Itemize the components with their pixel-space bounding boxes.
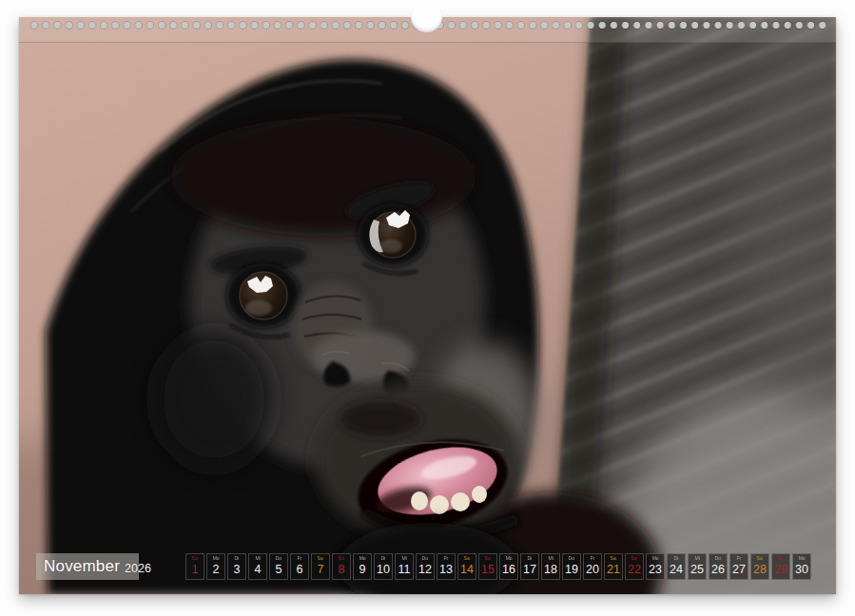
- day-cell: Mo9: [353, 553, 372, 580]
- day-number: 18: [544, 563, 557, 576]
- weekday-abbreviation: Sa: [318, 556, 323, 562]
- day-cell: Mo30: [792, 553, 811, 580]
- weekday-abbreviation: Mo: [212, 556, 219, 562]
- day-number: 27: [732, 563, 746, 576]
- day-cell: Sa14: [457, 553, 476, 580]
- day-number: 10: [377, 563, 390, 576]
- calendar-page: November 2026 So1Mo2Di3Mi4Do5Fr6Sa7So8Mo…: [19, 17, 836, 594]
- day-cell: So8: [332, 553, 351, 580]
- day-number: 12: [418, 563, 432, 576]
- day-number: 2: [213, 563, 220, 576]
- day-cell: Mo23: [646, 553, 665, 580]
- day-number: 28: [753, 563, 767, 576]
- weekday-abbreviation: Mo: [798, 556, 805, 562]
- day-number: 16: [502, 563, 515, 576]
- day-number: 21: [607, 563, 620, 576]
- weekday-abbreviation: So: [632, 556, 637, 562]
- weekday-abbreviation: So: [192, 556, 198, 562]
- weekday-abbreviation: Mi: [401, 556, 406, 562]
- weekday-abbreviation: Do: [715, 556, 722, 562]
- day-cell: So1: [185, 553, 204, 580]
- weekday-abbreviation: Sa: [464, 556, 470, 562]
- day-cell: Fr13: [437, 553, 456, 580]
- day-cell: Mi4: [248, 553, 267, 580]
- day-number: 22: [628, 563, 641, 576]
- weekday-abbreviation: Do: [276, 556, 282, 562]
- day-cell: So15: [478, 553, 497, 580]
- weekday-abbreviation: Mi: [694, 556, 699, 562]
- day-number: 13: [439, 563, 453, 576]
- day-number: 23: [649, 563, 662, 576]
- day-cells-row: So1Mo2Di3Mi4Do5Fr6Sa7So8Mo9Di10Mi11Do12F…: [185, 553, 811, 580]
- day-number: 6: [297, 563, 303, 576]
- day-number: 11: [398, 563, 411, 576]
- weekday-abbreviation: Sa: [611, 556, 616, 562]
- day-number: 9: [359, 563, 366, 576]
- day-number: 8: [339, 563, 345, 576]
- day-number: 17: [523, 563, 536, 576]
- day-cell: Fr20: [583, 553, 602, 580]
- day-cell: Sa21: [604, 553, 623, 580]
- day-number: 24: [670, 563, 683, 576]
- hanger-notch: [411, 1, 442, 32]
- weekday-abbreviation: Fr: [298, 556, 302, 562]
- day-number: 7: [318, 563, 324, 576]
- weekday-abbreviation: So: [778, 556, 784, 562]
- weekday-abbreviation: Do: [422, 556, 429, 562]
- weekday-abbreviation: Fr: [591, 556, 595, 562]
- gorilla-photo: [19, 17, 836, 594]
- day-number: 15: [481, 563, 495, 576]
- day-cell: Sa7: [311, 553, 330, 580]
- day-cell: Mo16: [499, 553, 518, 580]
- day-cell: Di24: [667, 553, 686, 580]
- weekday-abbreviation: Mo: [651, 556, 658, 562]
- day-cell: Mi18: [541, 553, 560, 580]
- day-cell: Do26: [709, 553, 728, 580]
- day-cell: Do12: [416, 553, 435, 580]
- day-number: 20: [586, 563, 599, 576]
- weekday-abbreviation: Di: [528, 556, 533, 562]
- day-number: 5: [276, 563, 282, 576]
- weekday-abbreviation: So: [339, 556, 344, 562]
- weekday-abbreviation: Di: [381, 556, 386, 562]
- day-number: 29: [774, 563, 787, 576]
- day-cell: Do19: [562, 553, 581, 580]
- calendar-strip: November 2026 So1Mo2Di3Mi4Do5Fr6Sa7So8Mo…: [19, 552, 836, 580]
- weekday-abbreviation: Mo: [505, 556, 512, 562]
- month-label: November: [44, 557, 120, 576]
- day-cell: So29: [771, 553, 790, 580]
- weekday-abbreviation: Sa: [757, 556, 763, 562]
- day-cell: Do5: [269, 553, 288, 580]
- weekday-abbreviation: Di: [674, 556, 679, 562]
- weekday-abbreviation: Mi: [255, 556, 260, 562]
- day-number: 14: [460, 563, 474, 576]
- day-number: 30: [795, 563, 808, 576]
- day-number: 4: [255, 563, 262, 576]
- month-label-box: November 2026: [36, 553, 139, 580]
- day-cell: Sa28: [750, 553, 769, 580]
- weekday-abbreviation: Do: [569, 556, 575, 562]
- day-cell: So22: [625, 553, 644, 580]
- day-number: 19: [565, 563, 578, 576]
- day-cell: Mo2: [206, 553, 225, 580]
- day-cell: Di10: [374, 553, 393, 580]
- weekday-abbreviation: Mi: [548, 556, 553, 562]
- day-number: 26: [711, 563, 725, 576]
- weekday-abbreviation: Mo: [359, 556, 365, 562]
- day-cell: Di3: [227, 553, 246, 580]
- weekday-abbreviation: Di: [235, 556, 240, 562]
- year-label: 2026: [125, 562, 151, 575]
- day-number: 3: [234, 563, 241, 576]
- day-cell: Mi25: [688, 553, 707, 580]
- day-cell: Fr6: [290, 553, 309, 580]
- weekday-abbreviation: So: [485, 556, 491, 562]
- weekday-abbreviation: Fr: [444, 556, 449, 562]
- weekday-abbreviation: Fr: [737, 556, 742, 562]
- day-cell: Fr27: [729, 553, 748, 580]
- day-number: 1: [192, 563, 199, 576]
- day-number: 25: [690, 563, 704, 576]
- day-cell: Di17: [520, 553, 539, 580]
- day-cell: Mi11: [395, 553, 414, 580]
